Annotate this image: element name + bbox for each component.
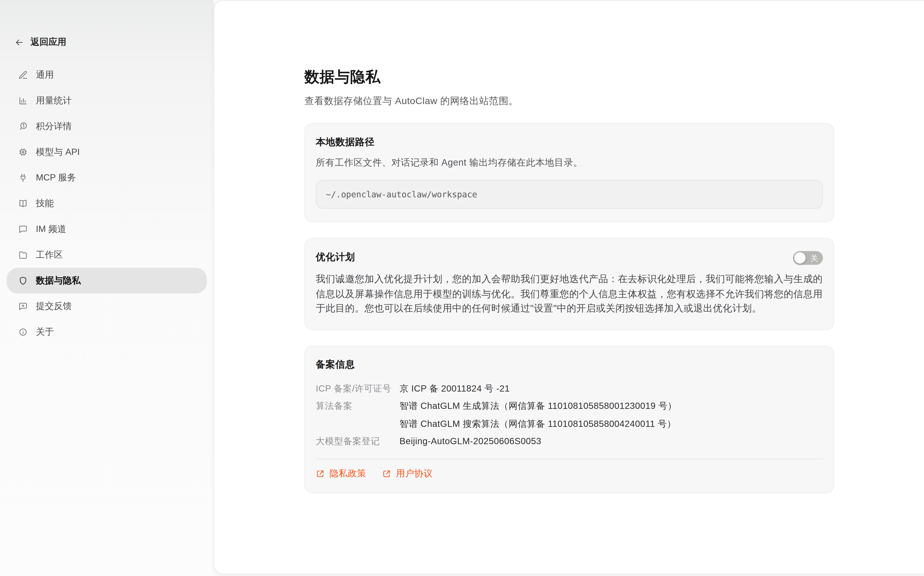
filing-table: ICP 备案/许可证号 京 ICP 备 20011824 号 -21 算法备案 … (316, 379, 823, 450)
sidebar-item-label: 提交反馈 (36, 301, 72, 312)
sidebar-item-label: 技能 (36, 198, 54, 209)
sidebar-item-label: 数据与隐私 (36, 275, 81, 286)
filing-row-value: 智谱 ChatGLM 搜索算法（网信算备 1101081058580042400… (399, 414, 823, 432)
sidebar-item-mcp-services[interactable]: MCP 服务 (6, 165, 207, 191)
privacy-policy-link[interactable]: 隐私政策 (316, 468, 366, 479)
external-link-icon (383, 469, 391, 478)
optimization-plan-toggle[interactable]: 关 (793, 251, 823, 265)
feedback-plus-icon (18, 301, 28, 311)
filing-row-value: 京 ICP 备 20011824 号 -21 (399, 379, 823, 397)
back-to-app-button[interactable]: 返回应用 (14, 37, 66, 48)
filing-info-title: 备案信息 (316, 358, 823, 371)
filing-row-value: Beijing-AutoGLM-20250606S0053 (399, 432, 823, 450)
sidebar-nav: 通用 用量统计 积分详情 模型与 API MCP 服务 技能 (6, 62, 207, 345)
sidebar: 返回应用 通用 用量统计 积分详情 模型与 API MCP 服务 (0, 0, 213, 576)
sidebar-item-workspace[interactable]: 工作区 (6, 242, 207, 268)
sidebar-item-skills[interactable]: 技能 (6, 191, 207, 216)
pencil-icon (18, 70, 28, 80)
optimization-plan-description: 我们诚邀您加入优化提升计划，您的加入会帮助我们更好地迭代产品：在去标识化处理后，… (316, 272, 823, 316)
optimization-plan-card: 优化计划 关 我们诚邀您加入优化提升计划，您的加入会帮助我们更好地迭代产品：在去… (304, 238, 834, 330)
back-to-app-label: 返回应用 (30, 37, 66, 48)
privacy-policy-label: 隐私政策 (330, 468, 366, 479)
cpu-icon (18, 147, 28, 157)
arrow-left-icon (14, 37, 24, 47)
credits-gauge-icon (18, 122, 28, 132)
plug-icon (18, 173, 28, 183)
folder-icon (18, 250, 28, 260)
filing-row-label: ICP 备案/许可证号 (316, 379, 399, 397)
optimization-plan-header: 优化计划 关 (316, 250, 823, 265)
policy-links: 隐私政策 用户协议 (316, 468, 823, 479)
toggle-state-label: 关 (810, 254, 818, 262)
sidebar-item-models-api[interactable]: 模型与 API (6, 139, 207, 165)
filing-row-llm-registration: 大模型备案登记 Beijing-AutoGLM-20250606S0053 (316, 432, 823, 450)
filing-info-card: 备案信息 ICP 备案/许可证号 京 ICP 备 20011824 号 -21 … (304, 345, 834, 493)
sidebar-item-label: MCP 服务 (36, 172, 76, 184)
sidebar-item-general[interactable]: 通用 (6, 62, 207, 88)
local-data-path-title: 本地数据路径 (316, 136, 823, 149)
sidebar-item-label: 关于 (36, 326, 54, 338)
message-square-icon (18, 224, 28, 234)
sidebar-item-label: 积分详情 (36, 121, 72, 132)
shield-icon (18, 276, 28, 286)
sidebar-item-label: 通用 (36, 69, 54, 81)
workspace-path-value: ~/.openclaw-autoclaw/workspace (326, 190, 477, 199)
filing-row-value: 智谱 ChatGLM 生成算法（网信算备 1101081058580012300… (399, 397, 823, 414)
settings-panel: 数据与隐私 查看数据存储位置与 AutoClaw 的网络出站范围。 本地数据路径… (213, 0, 924, 574)
bar-chart-icon (18, 96, 28, 106)
sidebar-item-data-privacy[interactable]: 数据与隐私 (6, 268, 207, 294)
local-data-path-description: 所有工作区文件、对话记录和 Agent 输出均存储在此本地目录。 (316, 156, 823, 169)
filing-row-icp: ICP 备案/许可证号 京 ICP 备 20011824 号 -21 (316, 379, 823, 397)
filing-row-label: 大模型备案登记 (316, 432, 399, 450)
user-agreement-link[interactable]: 用户协议 (383, 468, 433, 479)
sidebar-item-label: 工作区 (36, 249, 63, 261)
user-agreement-label: 用户协议 (396, 468, 432, 479)
sidebar-item-about[interactable]: 关于 (6, 319, 207, 345)
toggle-knob (794, 252, 805, 264)
workspace-path-field[interactable]: ~/.openclaw-autoclaw/workspace (316, 180, 823, 209)
sidebar-item-usage-stats[interactable]: 用量统计 (6, 88, 207, 114)
sidebar-item-label: IM 频道 (36, 224, 66, 235)
settings-content: 数据与隐私 查看数据存储位置与 AutoClaw 的网络出站范围。 本地数据路径… (304, 67, 834, 493)
settings-window: 返回应用 通用 用量统计 积分详情 模型与 API MCP 服务 (0, 0, 924, 576)
filing-divider (316, 458, 823, 459)
book-open-icon (18, 198, 28, 209)
page-subtitle: 查看数据存储位置与 AutoClaw 的网络出站范围。 (304, 94, 834, 108)
info-icon (18, 327, 28, 337)
local-data-path-card: 本地数据路径 所有工作区文件、对话记录和 Agent 输出均存储在此本地目录。 … (304, 123, 834, 222)
sidebar-item-credits[interactable]: 积分详情 (6, 114, 207, 139)
sidebar-item-im-channels[interactable]: IM 频道 (6, 216, 207, 242)
filing-row-algorithm: 算法备案 智谱 ChatGLM 生成算法（网信算备 11010810585800… (316, 397, 823, 432)
optimization-plan-title: 优化计划 (316, 250, 355, 264)
external-link-icon (316, 469, 325, 478)
sidebar-item-label: 用量统计 (36, 95, 72, 106)
sidebar-item-label: 模型与 API (36, 147, 80, 158)
filing-row-label: 算法备案 (316, 397, 399, 432)
page-title: 数据与隐私 (304, 67, 834, 85)
sidebar-item-feedback[interactable]: 提交反馈 (6, 293, 207, 319)
